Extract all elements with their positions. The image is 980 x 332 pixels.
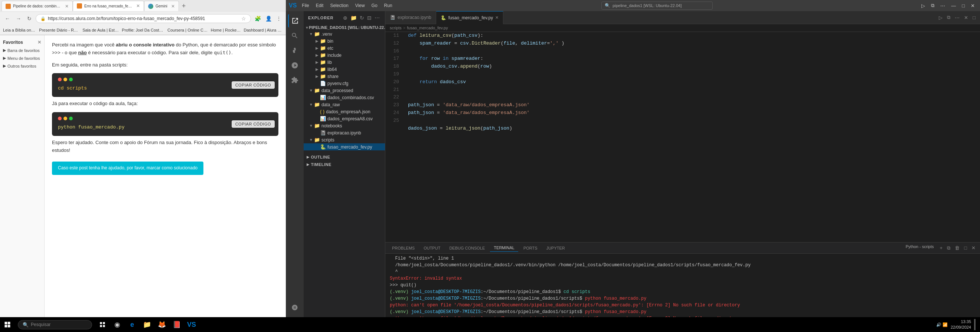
panel-tab-debug[interactable]: DEBUG CONSOLE <box>445 244 488 252</box>
menu-file[interactable]: File <box>299 2 312 9</box>
browser-tab-1[interactable]: Pipeline de dados: combinand... ✕ <box>2 1 73 11</box>
new-terminal-button[interactable]: + <box>939 244 944 252</box>
activity-remote-icon[interactable] <box>288 301 301 314</box>
collapse-all-button[interactable]: ⊟ <box>366 14 372 22</box>
tab-close-2[interactable]: ✕ <box>136 3 140 8</box>
tree-exploracao[interactable]: 📓 exploracao.ipynb <box>304 129 385 136</box>
panel-tab-jupyter[interactable]: JUPYTER <box>543 244 569 252</box>
panel-tab-ports[interactable]: PORTS <box>520 244 541 252</box>
new-folder-button[interactable]: 📁 <box>350 14 358 22</box>
taskbar-app-vscode[interactable]: VS <box>184 317 199 332</box>
tree-notebooks[interactable]: ▼ 📁 notebooks <box>304 122 385 129</box>
bookmark-7[interactable]: Dashboard | Alura - C... <box>244 28 283 32</box>
activity-extensions-icon[interactable] <box>288 73 301 87</box>
taskbar-app-acrobat[interactable]: 📕 <box>169 317 184 332</box>
back-button[interactable]: ← <box>3 15 12 22</box>
bookmark-4[interactable]: Profile: Joel Da Costa L... <box>122 28 164 32</box>
breadcrumb-file[interactable]: fusao_mercado_fev.py <box>407 26 448 30</box>
tab-close-1[interactable]: ✕ <box>65 4 69 9</box>
copy-button-1[interactable]: COPIAR CÓDIGO <box>232 81 275 89</box>
minimize-button[interactable]: — <box>949 2 958 9</box>
bookmark-5[interactable]: Coursera | Online Cou... <box>167 28 208 32</box>
bookmark-6[interactable]: Home | Rocketeat <box>211 28 241 32</box>
activity-git-icon[interactable] <box>288 44 301 57</box>
panel-tab-terminal[interactable]: TERMINAL <box>490 244 518 252</box>
editor-tab-fusao[interactable]: 🐍 fusao_mercado_fev.py ✕ <box>436 11 504 24</box>
more-actions-button[interactable]: ⋯ <box>938 2 947 9</box>
menu-edit[interactable]: Edit <box>313 2 327 9</box>
tree-data-processed[interactable]: ▼ 📁 data_processed <box>304 87 385 94</box>
tree-lib[interactable]: ▶ 📁 lib <box>304 59 385 66</box>
tree-etc[interactable]: ▶ 📁 etc <box>304 45 385 52</box>
split-right-button[interactable]: ⧉ <box>945 14 952 21</box>
tab-close-fusao-icon[interactable]: ✕ <box>495 15 498 20</box>
new-file-button[interactable]: ⊕ <box>342 14 348 22</box>
menu-go[interactable]: Go <box>369 2 380 9</box>
bookmark-2[interactable]: Presente Diário - RTM... <box>39 28 80 32</box>
browser-tab-2[interactable]: Erro na fusao_mercado_fev.py... ✕ <box>73 1 144 11</box>
bookmark-3[interactable]: Sala de Aula | Estacio <box>83 28 119 32</box>
panel-tab-output[interactable]: OUTPUT <box>420 244 444 252</box>
close-window-button[interactable]: ✕ <box>969 2 977 9</box>
sidebar-section-menu[interactable]: ▶ Menu de favoritos <box>0 54 44 62</box>
run-button[interactable]: ▷ <box>919 2 927 9</box>
menu-view[interactable]: View <box>352 2 368 9</box>
timeline-section-header[interactable]: ▶ TIMELINE <box>304 161 385 168</box>
browser-tab-gemini[interactable]: Gemini ✕ <box>144 1 179 11</box>
activity-search-icon[interactable] <box>288 29 301 42</box>
start-button[interactable] <box>0 317 15 332</box>
show-desktop-button[interactable] <box>974 319 975 330</box>
tree-dados-combinados[interactable]: 📊 dados_combinados.csv <box>304 94 385 101</box>
bookmark-1[interactable]: Leia a Bíblia on-Li... <box>3 28 36 32</box>
breadcrumb-scripts[interactable]: scripts <box>390 26 402 30</box>
tree-dados-empresa-json[interactable]: { } dados_empresaA.json <box>304 108 385 115</box>
kill-terminal-button[interactable]: 🗑 <box>953 244 961 252</box>
tree-venv[interactable]: ▼ 📁 .venv <box>304 30 385 38</box>
maximize-button[interactable]: □ <box>959 2 967 9</box>
forward-button[interactable]: → <box>14 15 23 22</box>
split-terminal-button[interactable]: ⧉ <box>945 244 952 252</box>
tree-scripts[interactable]: ▼ 📁 scripts <box>304 136 385 144</box>
tab-close-gemini[interactable]: ✕ <box>171 4 175 9</box>
terminal[interactable]: File "<stdin>", line 1 /home/joel_costa/… <box>385 254 980 324</box>
menu-run[interactable]: Run <box>381 2 395 9</box>
taskbar-app-firefox[interactable]: 🦊 <box>154 317 169 332</box>
new-tab-button[interactable]: + <box>179 2 189 10</box>
copy-button-2[interactable]: COPIAR CÓDIGO <box>232 120 275 128</box>
cta-button[interactable]: Caso este post tenha lhe ajudado, por fa… <box>52 161 204 174</box>
close-terminal-button[interactable]: ✕ <box>970 244 977 252</box>
taskbar-app-explorer[interactable]: 📁 <box>140 317 154 332</box>
address-bar[interactable]: 🔒 https://cursos.alura.com.br/forum/topi… <box>36 14 251 23</box>
tree-lib64[interactable]: ▶ 📁 lib64 <box>304 66 385 73</box>
maximize-panel-button[interactable]: □ <box>971 14 977 21</box>
panel-tab-problems[interactable]: PROBLEMS <box>388 244 418 252</box>
code-content[interactable]: def leitura_csv(path_csv): spam_reader =… <box>402 32 980 242</box>
tree-pyvenv[interactable]: 📄 pyvenv.cfg <box>304 80 385 87</box>
taskbar-app-edge[interactable]: e <box>125 317 140 332</box>
tree-dados-empresa-csv[interactable]: 📊 dados_empresaA8.csv <box>304 115 385 122</box>
titlebar-search-bar[interactable]: 🔍 pipeline_dados1 [WSL: Ubuntu-22.04] <box>601 2 713 10</box>
activity-debug-icon[interactable] <box>288 59 301 72</box>
menu-button[interactable]: ⋮ <box>275 15 283 22</box>
split-editor-button[interactable]: ⧉ <box>929 2 937 9</box>
activity-explorer-icon[interactable] <box>288 14 301 27</box>
sidebar-section-bar[interactable]: ▶ Barra de favoritos <box>0 46 44 54</box>
taskbar-search[interactable]: 🔍 Pesquisar <box>18 320 92 329</box>
tree-fusao-mercado[interactable]: 🐍 fusao_mercado_fev.py <box>304 144 385 150</box>
run-python-button[interactable]: ▷ <box>937 14 944 21</box>
editor-tab-exploracao[interactable]: 📓 exploracao.ipynb <box>385 11 436 24</box>
tree-include[interactable]: ▶ 📁 include <box>304 52 385 59</box>
sidebar-close-button[interactable]: ✕ <box>38 40 41 45</box>
more-editor-actions-button[interactable]: ⋯ <box>953 14 961 21</box>
sidebar-section-others[interactable]: ▶ Outros favoritos <box>0 62 44 70</box>
refresh-button[interactable]: ↻ <box>25 15 33 22</box>
taskbar-app-task-view[interactable] <box>95 317 110 332</box>
profile-button[interactable]: 👤 <box>264 15 273 22</box>
refresh-explorer-button[interactable]: ↻ <box>359 14 365 22</box>
bookmark-star-icon[interactable]: ☆ <box>241 16 246 22</box>
extensions-button[interactable]: 🧩 <box>253 15 262 22</box>
close-panel-button[interactable]: ✕ <box>963 14 970 21</box>
more-explorer-button[interactable]: ⋯ <box>374 14 380 22</box>
taskbar-app-chrome[interactable]: ◉ <box>110 317 125 332</box>
tree-bin[interactable]: ▶ 📁 bin <box>304 38 385 45</box>
